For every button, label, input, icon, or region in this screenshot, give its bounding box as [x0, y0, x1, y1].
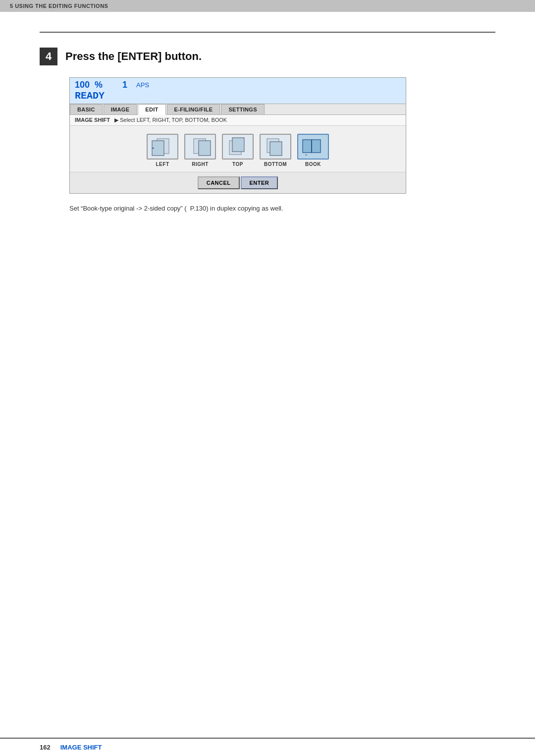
shift-btn-top[interactable]: TOP: [222, 134, 254, 167]
body-text: Set “Book-type original -> 2-sided copy”…: [69, 204, 495, 214]
cancel-button[interactable]: CANCEL: [198, 176, 240, 189]
tab-edit[interactable]: EDIT: [138, 104, 165, 115]
top-icon: [222, 134, 254, 160]
aps-label: APS: [136, 81, 149, 89]
zoom-percent: 100: [75, 80, 90, 90]
footer-page-number: 162: [40, 744, 51, 751]
footer: 162 IMAGE SHIFT: [0, 738, 535, 756]
tab-settings[interactable]: SETTINGS: [221, 104, 264, 114]
instruction-bar: IMAGE SHIFT ▶ Select LEFT, RIGHT, TOP, B…: [70, 115, 406, 126]
svg-rect-9: [312, 140, 321, 153]
tab-image[interactable]: IMAGE: [104, 104, 137, 114]
book-icon: [297, 134, 329, 160]
left-label: LEFT: [156, 162, 169, 167]
left-icon: [147, 134, 178, 160]
shift-btn-book[interactable]: BOOK: [297, 134, 329, 167]
svg-rect-5: [232, 138, 244, 152]
tab-basic[interactable]: BASIC: [70, 104, 103, 114]
percent-sign: %: [95, 80, 103, 90]
step-number: 4: [40, 48, 57, 65]
right-label: RIGHT: [192, 162, 209, 167]
shift-btn-left[interactable]: LEFT: [147, 134, 178, 167]
action-bar: CANCEL ENTER: [70, 172, 406, 193]
svg-rect-7: [270, 142, 282, 156]
bottom-icon: [260, 134, 291, 160]
copies-count: 1: [122, 80, 127, 90]
bottom-label: BOTTOM: [264, 162, 287, 167]
instruction-text: Select LEFT, RIGHT, TOP, BOTTOM, BOOK: [120, 117, 227, 123]
enter-button[interactable]: ENTER: [241, 176, 278, 189]
step-heading: 4 Press the [ENTER] button.: [40, 48, 495, 65]
step-title: Press the [ENTER] button.: [65, 50, 202, 63]
instruction-arrow: ▶: [114, 117, 118, 123]
instruction-section: IMAGE SHIFT: [75, 117, 110, 123]
chapter-label: 5 USING THE EDITING FUNCTIONS: [10, 3, 108, 9]
book-label: BOOK: [305, 162, 321, 167]
shift-buttons-area: LEFT RIGHT: [70, 126, 406, 172]
chapter-header: 5 USING THE EDITING FUNCTIONS: [0, 0, 535, 12]
svg-rect-8: [303, 140, 312, 153]
svg-rect-3: [199, 141, 211, 156]
shift-btn-bottom[interactable]: BOTTOM: [260, 134, 291, 167]
footer-section-title: IMAGE SHIFT: [60, 744, 102, 751]
tab-bar: BASIC IMAGE EDIT E-FILING/FILE SETTINGS: [70, 104, 406, 115]
ui-panel: 100 % 1 APS READY BASIC IMAGE EDIT E-FIL…: [69, 77, 406, 194]
ready-status: READY: [75, 90, 105, 102]
tab-efiling[interactable]: E-FILING/FILE: [167, 104, 220, 114]
main-content: 4 Press the [ENTER] button. 100 % 1 APS …: [0, 12, 535, 243]
status-bar: 100 % 1 APS READY: [70, 78, 406, 104]
right-icon: [184, 134, 216, 160]
top-divider: [40, 32, 495, 33]
shift-btn-right[interactable]: RIGHT: [184, 134, 216, 167]
top-label: TOP: [232, 162, 243, 167]
